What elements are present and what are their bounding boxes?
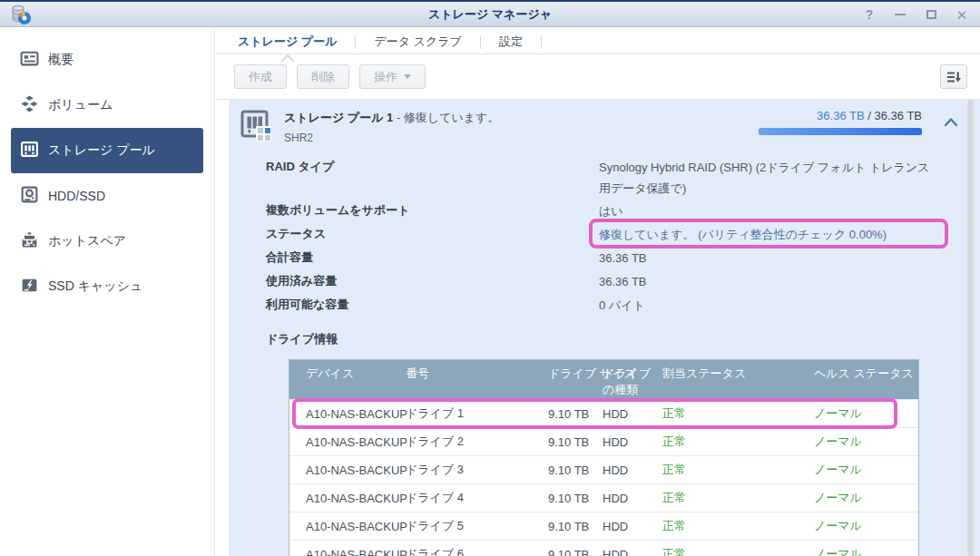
usage-progress-bar xyxy=(759,128,922,135)
sidebar-item-storage-pool[interactable]: ストレージ プール xyxy=(11,128,203,173)
col-header-health-status[interactable]: ヘルス ステータス xyxy=(814,366,918,382)
pool-raid-level: SHR2 xyxy=(284,132,759,144)
col-header-number[interactable]: 番号 xyxy=(406,366,548,382)
table-row-drive-3[interactable]: A10-NAS-BACKUP ドライブ 3 9.10 TB HDD 正常 ノーマ… xyxy=(289,455,918,483)
detail-row-multi-volume: 複数ボリュームをサポート はい xyxy=(266,199,980,222)
storage-pool-rack-icon xyxy=(239,109,273,143)
overview-icon xyxy=(20,49,39,71)
toolbar: 作成 削除 操作 xyxy=(216,54,980,100)
sidebar-item-ssd-cache[interactable]: SSD キャッシュ xyxy=(11,264,203,309)
table-row-drive-2[interactable]: A10-NAS-BACKUP ドライブ 2 9.10 TB HDD 正常 ノーマ… xyxy=(289,427,918,455)
create-button[interactable]: 作成 xyxy=(234,64,287,89)
close-icon[interactable]: ✕ xyxy=(955,7,969,22)
sidebar-item-volume[interactable]: ボリューム xyxy=(11,83,203,128)
col-header-size[interactable]: ドライブ サイズ xyxy=(548,366,603,382)
drive-info-heading: ドライブ情報 xyxy=(266,331,980,347)
col-header-device[interactable]: デバイス xyxy=(306,366,406,382)
storage-pool-panel: ストレージ プール 1 - 修復しています。 SHR2 36.36 TB / 3… xyxy=(229,100,980,556)
hot-spare-icon xyxy=(20,230,39,252)
action-dropdown-button[interactable]: 操作 xyxy=(359,64,426,89)
table-row-drive-4[interactable]: A10-NAS-BACKUP ドライブ 4 9.10 TB HDD 正常 ノーマ… xyxy=(289,483,918,512)
status-value-annotated: 修復しています。 (パリティ整合性のチェック 0.00%) xyxy=(599,222,938,246)
delete-button[interactable]: 削除 xyxy=(297,64,349,89)
tab-storage-pool[interactable]: ストレージ プール xyxy=(220,30,355,54)
usage-total-value: 36.36 TB xyxy=(874,109,922,122)
sidebar-item-hdd-ssd[interactable]: HDD/SSD xyxy=(11,173,203,219)
col-header-alloc-status[interactable]: 割当ステータス xyxy=(662,366,814,382)
detail-row-status: ステータス 修復しています。 (パリティ整合性のチェック 0.00%) xyxy=(266,222,980,246)
chevron-down-icon xyxy=(404,74,411,79)
detail-row-available-capacity: 利用可能な容量 0 バイト xyxy=(266,293,980,317)
usage-used-value: 36.36 TB xyxy=(817,109,865,122)
storage-manager-app-icon xyxy=(9,5,33,26)
ssd-cache-icon xyxy=(20,276,39,298)
hdd-ssd-icon xyxy=(20,185,39,207)
pool-usage: 36.36 TB / 36.36 TB xyxy=(759,109,922,135)
drive-table-header: デバイス 番号 ドライブ サイズ ドライブの種類 割当ステータス ヘルス ステー… xyxy=(289,360,918,399)
tab-data-scrubbing[interactable]: データ スクラブ xyxy=(356,30,479,54)
sidebar-item-overview[interactable]: 概要 xyxy=(11,37,203,83)
col-header-type[interactable]: ドライブの種類 xyxy=(603,366,662,398)
minimize-icon[interactable] xyxy=(893,7,907,22)
table-row-drive-5[interactable]: A10-NAS-BACKUP ドライブ 5 9.10 TB HDD 正常 ノーマ… xyxy=(289,512,918,540)
sidebar-item-label: ホットスペア xyxy=(48,233,126,249)
collapse-chevron-up-icon[interactable] xyxy=(944,114,958,131)
tab-settings[interactable]: 設定 xyxy=(481,30,541,54)
window-title: ストレージ マネージャ xyxy=(0,6,980,23)
detail-row-total-capacity: 合計容量 36.36 TB xyxy=(266,246,980,269)
detail-row-raid-type: RAID タイプ Synology Hybrid RAID (SHR) (2ドラ… xyxy=(266,155,980,199)
main-content: ストレージ プール データ スクラブ 設定 作成 削除 操作 xyxy=(216,30,980,556)
sort-descending-icon xyxy=(946,70,961,84)
table-row-drive-6[interactable]: A10-NAS-BACKUP ドライブ 6 9.10 TB HDD 正常 ノーマ… xyxy=(289,540,918,556)
pool-name: ストレージ プール 1 xyxy=(284,111,393,124)
maximize-icon[interactable] xyxy=(924,7,938,22)
volume-icon xyxy=(20,94,39,116)
sidebar-item-label: 概要 xyxy=(48,52,74,68)
pool-status-note: - 修復しています。 xyxy=(397,111,499,124)
tab-separator xyxy=(541,35,542,49)
storage-pool-icon xyxy=(20,140,39,161)
sort-button[interactable] xyxy=(940,64,967,89)
sidebar: 概要 ボリューム ストレージ プール xyxy=(0,30,215,556)
sidebar-item-label: SSD キャッシュ xyxy=(48,278,142,295)
detail-row-used-capacity: 使用済み容量 36.36 TB xyxy=(266,269,980,293)
sidebar-item-label: ストレージ プール xyxy=(48,142,155,159)
sidebar-item-label: ボリューム xyxy=(48,97,113,113)
table-row-drive-1[interactable]: A10-NAS-BACKUP ドライブ 1 9.10 TB HDD 正常 ノーマ… xyxy=(289,399,918,427)
titlebar: ストレージ マネージャ ? ✕ xyxy=(0,0,980,27)
sidebar-item-hot-spare[interactable]: ホットスペア xyxy=(11,219,203,264)
usage-separator: / xyxy=(865,109,875,122)
tab-bar: ストレージ プール データ スクラブ 設定 xyxy=(216,30,980,54)
sidebar-item-label: HDD/SSD xyxy=(48,189,105,203)
help-icon[interactable]: ? xyxy=(862,7,877,22)
active-tab-notch xyxy=(280,54,295,62)
pool-details: RAID タイプ Synology Hybrid RAID (SHR) (2ドラ… xyxy=(266,155,980,317)
drive-table: デバイス 番号 ドライブ サイズ ドライブの種類 割当ステータス ヘルス ステー… xyxy=(289,359,919,556)
scrollbar[interactable] xyxy=(967,100,974,556)
pool-panel-header[interactable]: ストレージ プール 1 - 修復しています。 SHR2 36.36 TB / 3… xyxy=(229,100,980,144)
